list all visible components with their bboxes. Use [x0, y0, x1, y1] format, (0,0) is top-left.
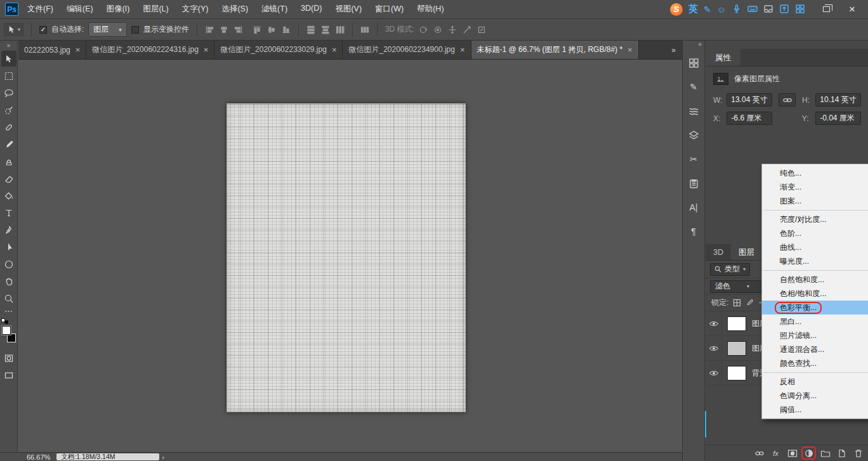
- layer-visibility-toggle[interactable]: [706, 361, 722, 386]
- background-color-swatch[interactable]: [7, 334, 16, 342]
- lock-image-pixels-icon[interactable]: [746, 299, 754, 307]
- new-adjustment-layer-icon[interactable]: [803, 448, 814, 458]
- document-tab[interactable]: 微信图片_20200602234900.jpg ×: [343, 41, 471, 59]
- menu-layer[interactable]: 图层(L): [143, 4, 168, 15]
- layer-filter-select[interactable]: 类型 ▾: [710, 263, 750, 276]
- ime-upload-icon[interactable]: [779, 4, 789, 15]
- default-colors-icon[interactable]: [1, 318, 8, 324]
- quick-selection-tool[interactable]: [1, 102, 16, 118]
- align-bottom-icon[interactable]: [282, 25, 291, 34]
- document-tab-active[interactable]: 未标题-1 @ 66.7% (图层 1 拷贝, RGB/8#) * ×: [471, 41, 639, 59]
- layer-visibility-toggle[interactable]: [706, 336, 722, 361]
- eraser-tool[interactable]: [1, 171, 16, 186]
- menu-item-color-lookup[interactable]: 颜色查找...: [762, 356, 868, 370]
- distribute-middle-icon[interactable]: [321, 25, 330, 34]
- menu-item-invert[interactable]: 反相: [762, 375, 868, 389]
- new-layer-icon[interactable]: [836, 448, 847, 458]
- canvas-area[interactable]: [18, 60, 682, 452]
- lock-transparent-pixels-icon[interactable]: [733, 299, 741, 307]
- menu-type[interactable]: 文字(Y): [182, 4, 209, 15]
- panel-scrollbar[interactable]: [705, 411, 706, 438]
- y-input[interactable]: -0.04 厘米: [815, 112, 861, 125]
- width-input[interactable]: 13.04 英寸: [727, 93, 772, 107]
- distribute-top-icon[interactable]: [306, 25, 315, 34]
- move-tool[interactable]: [1, 51, 16, 67]
- document-tab[interactable]: 微信图片_20200602224316.jpg ×: [86, 41, 214, 59]
- screen-mode-button[interactable]: [1, 367, 16, 383]
- menu-item-posterize[interactable]: 色调分离...: [762, 389, 868, 403]
- link-layers-icon[interactable]: [754, 448, 765, 458]
- close-window-icon[interactable]: ×: [849, 4, 855, 15]
- x-input[interactable]: -6.6 厘米: [727, 112, 772, 125]
- menu-item-hue-saturation[interactable]: 色相/饱和度...: [762, 287, 868, 301]
- lasso-tool[interactable]: [1, 85, 16, 101]
- menu-file[interactable]: 文件(F): [27, 4, 53, 15]
- current-tool-button[interactable]: ▾: [4, 23, 23, 36]
- tab-3d[interactable]: 3D: [706, 244, 731, 260]
- layer-thumbnail[interactable]: [727, 341, 746, 356]
- sogou-ime-icon[interactable]: S: [670, 3, 683, 16]
- spot-healing-brush-tool[interactable]: [1, 119, 16, 135]
- tab-close-icon[interactable]: ×: [332, 45, 337, 55]
- edit-toolbar-icon[interactable]: ⋯: [4, 307, 13, 318]
- document-tab[interactable]: 02222053.jpg ×: [18, 41, 86, 59]
- menu-view[interactable]: 视图(V): [335, 4, 362, 15]
- auto-select-target-select[interactable]: 图层 ▾: [88, 22, 127, 37]
- 3d-rotate-icon[interactable]: [419, 25, 428, 34]
- document-tab[interactable]: 微信图片_20200602233029.jpg ×: [214, 41, 343, 59]
- styles-panel-icon[interactable]: [686, 103, 701, 119]
- menu-select[interactable]: 选择(S): [221, 4, 248, 15]
- paragraph-panel-icon[interactable]: ¶: [686, 224, 701, 239]
- 3d-slide-icon[interactable]: [463, 25, 471, 34]
- ime-language-toggle[interactable]: 英: [688, 3, 698, 15]
- ime-mic-icon[interactable]: [732, 4, 742, 15]
- height-input[interactable]: 10.14 英寸: [815, 93, 861, 107]
- menu-window[interactable]: 窗口(W): [375, 4, 404, 15]
- layer-visibility-toggle[interactable]: [706, 311, 722, 336]
- brush-tool[interactable]: [1, 136, 16, 152]
- zoom-level-field[interactable]: 66.67%: [27, 453, 50, 461]
- hand-tool[interactable]: [1, 273, 16, 289]
- menu-item-pattern[interactable]: 图案...: [762, 194, 868, 208]
- tab-properties[interactable]: 属性: [706, 49, 740, 66]
- menu-item-channel-mixer[interactable]: 通道混合器...: [762, 342, 868, 356]
- menu-item-photo-filter[interactable]: 照片滤镜...: [762, 328, 868, 342]
- clone-stamp-tool[interactable]: [1, 153, 16, 169]
- menu-item-curves[interactable]: 曲线...: [762, 240, 868, 254]
- menu-item-levels[interactable]: 色阶...: [762, 226, 868, 240]
- brush-settings-panel-icon[interactable]: ✎: [686, 79, 701, 94]
- layer-mask-icon[interactable]: [787, 448, 798, 458]
- menu-item-black-white[interactable]: 黑白...: [762, 315, 868, 328]
- toolbar-collapse-icon[interactable]: »: [7, 41, 11, 50]
- clipboard-panel-icon[interactable]: [686, 176, 701, 191]
- scissors-panel-icon[interactable]: ✂: [686, 152, 701, 167]
- menu-item-vibrance[interactable]: 自然饱和度...: [762, 273, 868, 287]
- ime-keyboard-icon[interactable]: [747, 4, 758, 15]
- zoom-tool[interactable]: [1, 290, 16, 306]
- 3d-scale-icon[interactable]: [477, 25, 486, 34]
- ime-emoji-icon[interactable]: ☺: [717, 5, 726, 14]
- path-selection-tool[interactable]: [1, 239, 16, 255]
- delete-layer-icon[interactable]: [853, 448, 864, 458]
- menu-edit[interactable]: 编辑(E): [67, 4, 93, 15]
- menu-item-solid-color[interactable]: 纯色...: [762, 166, 868, 180]
- menu-item-exposure[interactable]: 曝光度...: [762, 254, 868, 268]
- character-panel-icon[interactable]: A|: [686, 200, 701, 215]
- align-middle-icon[interactable]: [267, 25, 276, 34]
- menu-item-gradient[interactable]: 渐变...: [762, 180, 868, 194]
- foreground-color-swatch[interactable]: [2, 326, 11, 335]
- layer-thumbnail[interactable]: [727, 316, 746, 331]
- distribute-spacing-icon[interactable]: [360, 25, 369, 34]
- align-right-icon[interactable]: [234, 25, 243, 34]
- ellipse-tool[interactable]: [1, 256, 16, 272]
- menu-item-color-balance[interactable]: 色彩平衡...: [762, 301, 868, 315]
- 3d-roll-icon[interactable]: [433, 25, 442, 34]
- document-canvas[interactable]: [227, 103, 466, 412]
- menu-help[interactable]: 帮助(H): [417, 4, 444, 15]
- panels-collapse-icon[interactable]: «: [698, 41, 702, 51]
- ime-tray-icon[interactable]: [763, 4, 773, 15]
- menu-image[interactable]: 图像(I): [107, 4, 130, 15]
- tab-close-icon[interactable]: ×: [628, 45, 633, 55]
- pen-tool[interactable]: [1, 222, 16, 238]
- paint-bucket-tool[interactable]: [1, 188, 16, 204]
